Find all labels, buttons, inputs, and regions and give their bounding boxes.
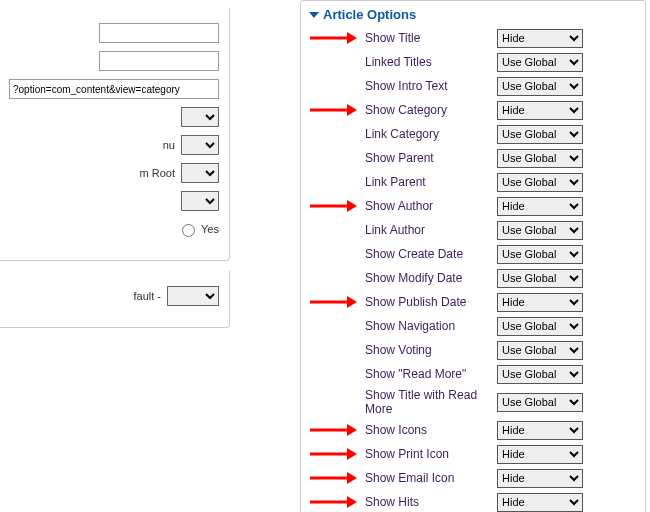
highlight-arrow-icon — [309, 103, 357, 117]
left-block-top: nu m Root Yes — [0, 8, 230, 261]
menu-select[interactable] — [181, 135, 219, 155]
option-row: Show IconsHide — [305, 418, 641, 442]
panel-title: Article Options — [323, 7, 416, 22]
option-label: Link Category — [365, 127, 497, 141]
text-input-2[interactable] — [99, 51, 219, 71]
url-input[interactable] — [9, 79, 219, 99]
caret-down-icon — [309, 12, 319, 18]
option-row: Show Publish DateHide — [305, 290, 641, 314]
option-select[interactable]: Hide — [497, 101, 583, 120]
option-row: Show VotingUse Global — [305, 338, 641, 362]
option-row: Show ParentUse Global — [305, 146, 641, 170]
highlight-arrow-icon — [309, 31, 357, 45]
option-row: Show Modify DateUse Global — [305, 266, 641, 290]
highlight-arrow-icon — [309, 199, 357, 213]
option-label: Show Title — [365, 31, 497, 45]
svg-marker-5 — [347, 200, 357, 212]
option-label: Link Author — [365, 223, 497, 237]
svg-marker-1 — [347, 32, 357, 44]
highlight-arrow-icon — [309, 447, 357, 461]
options-list: Show TitleHideLinked TitlesUse GlobalSho… — [305, 26, 641, 512]
radio-yes-wrap: Yes — [177, 221, 219, 237]
highlight-arrow-icon — [309, 423, 357, 437]
option-label: Show Email Icon — [365, 471, 497, 485]
option-label: Show Author — [365, 199, 497, 213]
option-label: Show Create Date — [365, 247, 497, 261]
select-small-2[interactable] — [181, 191, 219, 211]
option-row: Show Create DateUse Global — [305, 242, 641, 266]
option-row: Show Print IconHide — [305, 442, 641, 466]
option-row: Show Intro TextUse Global — [305, 74, 641, 98]
option-label: Show Hits — [365, 495, 497, 509]
option-select[interactable]: Use Global — [497, 173, 583, 192]
svg-marker-13 — [347, 472, 357, 484]
option-row: Show HitsHide — [305, 490, 641, 512]
left-form-fragment: nu m Root Yes fault - — [0, 0, 230, 328]
option-select[interactable]: Use Global — [497, 125, 583, 144]
option-row: Show CategoryHide — [305, 98, 641, 122]
svg-marker-9 — [347, 424, 357, 436]
option-label: Show Category — [365, 103, 497, 117]
option-label: Show Title with Read More — [365, 388, 497, 416]
left-block-bottom: fault - — [0, 271, 230, 328]
option-select[interactable]: Use Global — [497, 149, 583, 168]
option-select[interactable]: Hide — [497, 469, 583, 488]
option-label: Show Icons — [365, 423, 497, 437]
option-select[interactable]: Use Global — [497, 77, 583, 96]
option-select[interactable]: Use Global — [497, 341, 583, 360]
option-label: Show Navigation — [365, 319, 497, 333]
option-row: Show Email IconHide — [305, 466, 641, 490]
default-label: fault - — [133, 290, 161, 302]
option-row: Show AuthorHide — [305, 194, 641, 218]
option-label: Show Modify Date — [365, 271, 497, 285]
option-select[interactable]: Use Global — [497, 245, 583, 264]
option-row: Show Title with Read MoreUse Global — [305, 386, 641, 418]
option-row: Linked TitlesUse Global — [305, 50, 641, 74]
highlight-arrow-icon — [309, 295, 357, 309]
option-row: Link CategoryUse Global — [305, 122, 641, 146]
radio-yes[interactable] — [182, 224, 195, 237]
select-small-1[interactable] — [181, 107, 219, 127]
option-label: Link Parent — [365, 175, 497, 189]
radio-yes-label: Yes — [201, 223, 219, 235]
article-options-panel: Article Options Show TitleHideLinked Tit… — [300, 0, 646, 512]
option-select[interactable]: Use Global — [497, 53, 583, 72]
option-label: Show Voting — [365, 343, 497, 357]
option-select[interactable]: Use Global — [497, 221, 583, 240]
root-select[interactable] — [181, 163, 219, 183]
option-select[interactable]: Hide — [497, 445, 583, 464]
option-label: Show Intro Text — [365, 79, 497, 93]
option-row: Show TitleHide — [305, 26, 641, 50]
option-select[interactable]: Use Global — [497, 365, 583, 384]
option-select[interactable]: Use Global — [497, 269, 583, 288]
option-label: Show "Read More" — [365, 367, 497, 381]
svg-marker-3 — [347, 104, 357, 116]
panel-header[interactable]: Article Options — [305, 5, 641, 26]
text-input-1[interactable] — [99, 23, 219, 43]
option-select[interactable]: Hide — [497, 421, 583, 440]
svg-marker-15 — [347, 496, 357, 508]
option-row: Show "Read More"Use Global — [305, 362, 641, 386]
option-label: Show Publish Date — [365, 295, 497, 309]
option-row: Link AuthorUse Global — [305, 218, 641, 242]
option-row: Show NavigationUse Global — [305, 314, 641, 338]
option-label: Linked Titles — [365, 55, 497, 69]
option-row: Link ParentUse Global — [305, 170, 641, 194]
svg-marker-11 — [347, 448, 357, 460]
highlight-arrow-icon — [309, 471, 357, 485]
option-select[interactable]: Hide — [497, 293, 583, 312]
option-select[interactable]: Hide — [497, 197, 583, 216]
root-label: m Root — [140, 167, 175, 179]
option-select[interactable]: Hide — [497, 493, 583, 512]
default-select[interactable] — [167, 286, 219, 306]
option-select[interactable]: Hide — [497, 29, 583, 48]
highlight-arrow-icon — [309, 495, 357, 509]
option-select[interactable]: Use Global — [497, 393, 583, 412]
menu-label: nu — [163, 139, 175, 151]
option-label: Show Parent — [365, 151, 497, 165]
option-label: Show Print Icon — [365, 447, 497, 461]
svg-marker-7 — [347, 296, 357, 308]
option-select[interactable]: Use Global — [497, 317, 583, 336]
